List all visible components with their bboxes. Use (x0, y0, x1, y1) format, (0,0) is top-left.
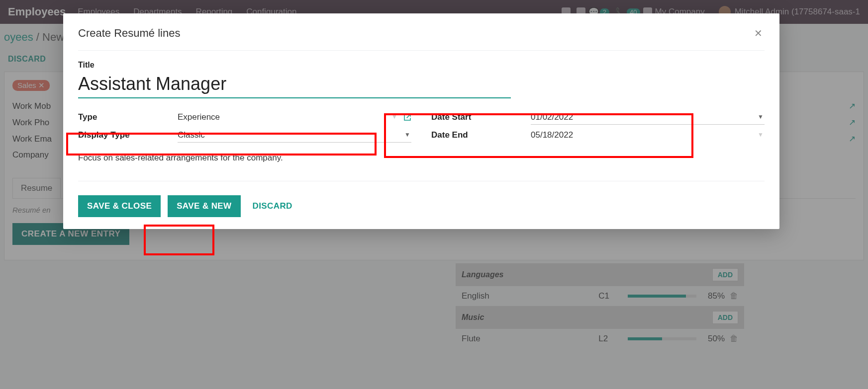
save-new-button[interactable]: SAVE & NEW (168, 195, 240, 217)
display-type-label: Display Type (78, 130, 178, 140)
type-label: Type (78, 112, 178, 122)
description-text[interactable]: Focus on sales-related arrangements for … (78, 153, 765, 163)
title-label: Title (78, 61, 765, 70)
close-icon[interactable]: ✕ (752, 25, 765, 41)
date-start-input[interactable] (531, 110, 765, 125)
save-close-button[interactable]: SAVE & CLOSE (78, 195, 161, 217)
title-input[interactable] (78, 72, 511, 98)
create-resume-modal: Create Resumé lines ✕ Title Type ▼ Displ… (63, 13, 779, 229)
discard-button[interactable]: DISCARD (248, 195, 297, 217)
date-start-label: Date Start (431, 112, 531, 122)
external-link-icon[interactable] (403, 113, 411, 121)
display-type-select[interactable] (178, 128, 411, 143)
type-select[interactable] (178, 110, 398, 124)
modal-title: Create Resumé lines (78, 27, 180, 40)
date-end-label: Date End (431, 130, 531, 140)
date-end-input[interactable] (531, 128, 765, 142)
